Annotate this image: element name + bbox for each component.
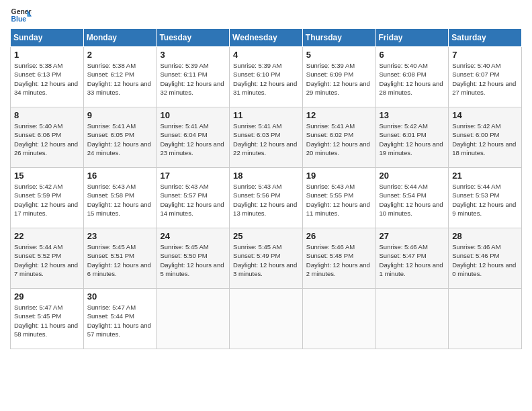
calendar-header-row: SundayMondayTuesdayWednesdayThursdayFrid…	[11, 29, 522, 47]
day-info: Sunrise: 5:41 AM Sunset: 6:05 PM Dayligh…	[87, 122, 153, 157]
calendar-week-row: 1 Sunrise: 5:38 AM Sunset: 6:13 PM Dayli…	[11, 47, 522, 107]
day-info: Sunrise: 5:47 AM Sunset: 5:45 PM Dayligh…	[14, 303, 80, 338]
day-number: 25	[233, 231, 299, 241]
day-number: 24	[160, 231, 226, 241]
day-info: Sunrise: 5:41 AM Sunset: 6:03 PM Dayligh…	[233, 122, 299, 157]
day-number: 1	[14, 50, 80, 60]
page-header: General Blue	[10, 7, 522, 26]
day-info: Sunrise: 5:42 AM Sunset: 6:01 PM Dayligh…	[380, 122, 445, 157]
day-number: 30	[87, 291, 153, 302]
day-of-week-header: Thursday	[302, 29, 375, 47]
day-number: 6	[380, 50, 445, 60]
day-info: Sunrise: 5:40 AM Sunset: 6:07 PM Dayligh…	[452, 61, 518, 97]
calendar-cell: 13 Sunrise: 5:42 AM Sunset: 6:01 PM Dayl…	[375, 107, 449, 168]
day-number: 21	[452, 171, 518, 181]
calendar-cell: 3 Sunrise: 5:39 AM Sunset: 6:11 PM Dayli…	[157, 47, 230, 107]
logo: General Blue	[10, 7, 32, 26]
day-number: 22	[14, 231, 80, 241]
day-number: 16	[87, 171, 153, 181]
day-info: Sunrise: 5:44 AM Sunset: 5:53 PM Dayligh…	[452, 182, 518, 218]
day-of-week-header: Wednesday	[230, 29, 303, 47]
day-number: 14	[452, 110, 518, 120]
day-info: Sunrise: 5:38 AM Sunset: 6:12 PM Dayligh…	[87, 61, 153, 97]
day-info: Sunrise: 5:45 AM Sunset: 5:51 PM Dayligh…	[87, 242, 153, 278]
day-info: Sunrise: 5:43 AM Sunset: 5:55 PM Dayligh…	[306, 182, 372, 218]
day-number: 27	[380, 231, 445, 241]
day-number: 23	[87, 231, 153, 241]
calendar-cell	[375, 289, 449, 349]
day-info: Sunrise: 5:44 AM Sunset: 5:54 PM Dayligh…	[380, 182, 445, 218]
day-info: Sunrise: 5:46 AM Sunset: 5:48 PM Dayligh…	[306, 242, 372, 278]
day-info: Sunrise: 5:43 AM Sunset: 5:56 PM Dayligh…	[233, 182, 299, 218]
calendar-cell: 19 Sunrise: 5:43 AM Sunset: 5:55 PM Dayl…	[302, 168, 375, 228]
logo-icon: General Blue	[10, 7, 32, 26]
day-number: 19	[306, 171, 372, 181]
calendar-cell: 26 Sunrise: 5:46 AM Sunset: 5:48 PM Dayl…	[302, 228, 375, 289]
day-of-week-header: Tuesday	[157, 29, 230, 47]
calendar-cell: 25 Sunrise: 5:45 AM Sunset: 5:49 PM Dayl…	[230, 228, 303, 289]
day-number: 9	[87, 110, 153, 120]
day-info: Sunrise: 5:42 AM Sunset: 5:59 PM Dayligh…	[14, 182, 80, 218]
calendar-week-row: 22 Sunrise: 5:44 AM Sunset: 5:52 PM Dayl…	[11, 228, 522, 289]
calendar-cell: 2 Sunrise: 5:38 AM Sunset: 6:12 PM Dayli…	[83, 47, 157, 107]
calendar-cell: 4 Sunrise: 5:39 AM Sunset: 6:10 PM Dayli…	[230, 47, 303, 107]
calendar-cell: 17 Sunrise: 5:43 AM Sunset: 5:57 PM Dayl…	[157, 168, 230, 228]
day-number: 28	[452, 231, 518, 241]
day-number: 11	[233, 110, 299, 120]
day-number: 12	[306, 110, 372, 120]
day-info: Sunrise: 5:46 AM Sunset: 5:46 PM Dayligh…	[452, 242, 518, 278]
day-number: 29	[14, 291, 80, 302]
day-number: 20	[380, 171, 445, 181]
day-info: Sunrise: 5:45 AM Sunset: 5:50 PM Dayligh…	[160, 242, 226, 278]
calendar-cell: 22 Sunrise: 5:44 AM Sunset: 5:52 PM Dayl…	[11, 228, 84, 289]
calendar-cell: 12 Sunrise: 5:41 AM Sunset: 6:02 PM Dayl…	[302, 107, 375, 168]
calendar-cell: 5 Sunrise: 5:39 AM Sunset: 6:09 PM Dayli…	[302, 47, 375, 107]
calendar-table: SundayMondayTuesdayWednesdayThursdayFrid…	[10, 28, 522, 349]
day-info: Sunrise: 5:39 AM Sunset: 6:10 PM Dayligh…	[233, 61, 299, 97]
calendar-cell: 29 Sunrise: 5:47 AM Sunset: 5:45 PM Dayl…	[11, 289, 84, 349]
calendar-cell: 10 Sunrise: 5:41 AM Sunset: 6:04 PM Dayl…	[157, 107, 230, 168]
calendar-cell: 14 Sunrise: 5:42 AM Sunset: 6:00 PM Dayl…	[449, 107, 522, 168]
day-number: 7	[452, 50, 518, 60]
day-info: Sunrise: 5:39 AM Sunset: 6:11 PM Dayligh…	[160, 61, 226, 97]
day-of-week-header: Sunday	[11, 29, 84, 47]
calendar-week-row: 8 Sunrise: 5:40 AM Sunset: 6:06 PM Dayli…	[11, 107, 522, 168]
calendar-cell: 20 Sunrise: 5:44 AM Sunset: 5:54 PM Dayl…	[375, 168, 449, 228]
day-number: 13	[380, 110, 445, 120]
day-number: 15	[14, 171, 80, 181]
day-info: Sunrise: 5:38 AM Sunset: 6:13 PM Dayligh…	[14, 61, 80, 97]
day-number: 8	[14, 110, 80, 120]
calendar-cell	[230, 289, 303, 349]
day-number: 26	[306, 231, 372, 241]
calendar-cell: 6 Sunrise: 5:40 AM Sunset: 6:08 PM Dayli…	[375, 47, 449, 107]
day-info: Sunrise: 5:39 AM Sunset: 6:09 PM Dayligh…	[306, 61, 372, 97]
day-info: Sunrise: 5:44 AM Sunset: 5:52 PM Dayligh…	[14, 242, 80, 278]
calendar-cell: 28 Sunrise: 5:46 AM Sunset: 5:46 PM Dayl…	[449, 228, 522, 289]
calendar-cell: 21 Sunrise: 5:44 AM Sunset: 5:53 PM Dayl…	[449, 168, 522, 228]
day-info: Sunrise: 5:45 AM Sunset: 5:49 PM Dayligh…	[233, 242, 299, 278]
calendar-cell: 30 Sunrise: 5:47 AM Sunset: 5:44 PM Dayl…	[83, 289, 157, 349]
day-info: Sunrise: 5:42 AM Sunset: 6:00 PM Dayligh…	[452, 122, 518, 157]
day-info: Sunrise: 5:41 AM Sunset: 6:04 PM Dayligh…	[160, 122, 226, 157]
day-of-week-header: Saturday	[449, 29, 522, 47]
calendar-cell: 15 Sunrise: 5:42 AM Sunset: 5:59 PM Dayl…	[11, 168, 84, 228]
day-number: 2	[87, 50, 153, 60]
calendar-week-row: 15 Sunrise: 5:42 AM Sunset: 5:59 PM Dayl…	[11, 168, 522, 228]
calendar-cell: 7 Sunrise: 5:40 AM Sunset: 6:07 PM Dayli…	[449, 47, 522, 107]
day-info: Sunrise: 5:41 AM Sunset: 6:02 PM Dayligh…	[306, 122, 372, 157]
calendar-cell	[449, 289, 522, 349]
calendar-cell: 1 Sunrise: 5:38 AM Sunset: 6:13 PM Dayli…	[11, 47, 84, 107]
day-info: Sunrise: 5:43 AM Sunset: 5:57 PM Dayligh…	[160, 182, 226, 218]
day-of-week-header: Monday	[83, 29, 157, 47]
day-info: Sunrise: 5:40 AM Sunset: 6:08 PM Dayligh…	[380, 61, 445, 97]
day-info: Sunrise: 5:46 AM Sunset: 5:47 PM Dayligh…	[380, 242, 445, 278]
calendar-cell: 23 Sunrise: 5:45 AM Sunset: 5:51 PM Dayl…	[83, 228, 157, 289]
calendar-cell: 9 Sunrise: 5:41 AM Sunset: 6:05 PM Dayli…	[83, 107, 157, 168]
day-number: 4	[233, 50, 299, 60]
calendar-body: 1 Sunrise: 5:38 AM Sunset: 6:13 PM Dayli…	[11, 47, 522, 349]
day-of-week-header: Friday	[375, 29, 449, 47]
calendar-cell: 8 Sunrise: 5:40 AM Sunset: 6:06 PM Dayli…	[11, 107, 84, 168]
day-info: Sunrise: 5:40 AM Sunset: 6:06 PM Dayligh…	[14, 122, 80, 157]
day-number: 5	[306, 50, 372, 60]
day-info: Sunrise: 5:43 AM Sunset: 5:58 PM Dayligh…	[87, 182, 153, 218]
